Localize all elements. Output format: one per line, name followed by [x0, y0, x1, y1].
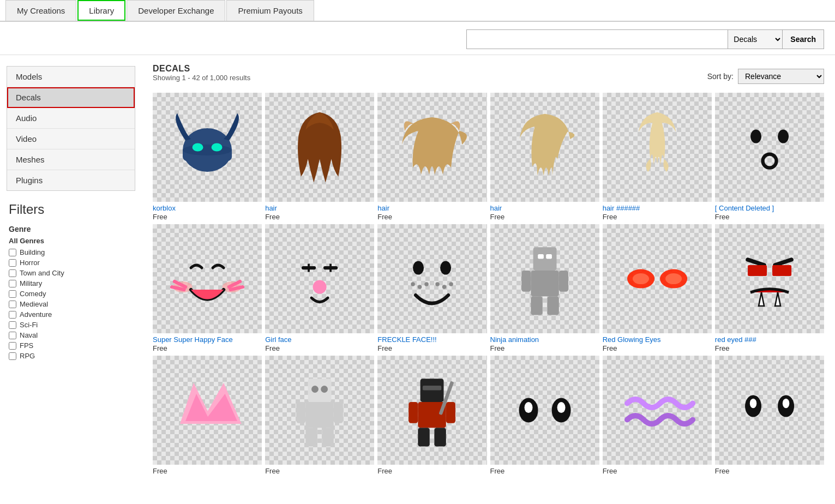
sidebar-item-models[interactable]: Models	[7, 67, 135, 87]
item-name[interactable]: Super Super Happy Face	[153, 335, 262, 344]
sidebar-item-meshes[interactable]: Meshes	[7, 149, 135, 170]
main-layout: Models Decals Audio Video Meshes Plugins…	[0, 55, 835, 484]
genre-checkbox-military[interactable]	[9, 280, 16, 287]
genre-checkbox-horror[interactable]	[9, 259, 16, 267]
svg-rect-33	[547, 296, 558, 315]
sidebar-item-audio[interactable]: Audio	[7, 108, 135, 129]
genre-item-building[interactable]: Building	[9, 248, 133, 256]
genre-label-town-and-city: Town and City	[20, 269, 64, 277]
item-price: Free	[153, 344, 262, 352]
sort-select[interactable]: Relevance Most Favorited Most Visited Re…	[738, 69, 824, 84]
list-item[interactable]: Ninja animation Free	[490, 224, 599, 352]
list-item[interactable]: Free	[715, 356, 824, 475]
genre-checkbox-fps[interactable]	[9, 342, 16, 350]
svg-point-38	[633, 273, 649, 284]
tabs-bar: My Creations Library Developer Exchange …	[0, 0, 835, 22]
svg-rect-29	[531, 271, 558, 296]
svg-point-6	[778, 130, 789, 143]
sidebar-item-plugins[interactable]: Plugins	[7, 170, 135, 190]
list-item[interactable]: Girl face Free	[265, 224, 374, 352]
list-item[interactable]: hair Free	[490, 93, 599, 221]
genre-label-fps: FPS	[20, 341, 33, 350]
genre-item-rpg[interactable]: RPG	[9, 352, 133, 360]
svg-rect-64	[423, 386, 441, 391]
tab-premium-payouts[interactable]: Premium Payouts	[226, 0, 314, 21]
tab-library[interactable]: Library	[77, 0, 125, 21]
genre-item-naval[interactable]: Naval	[9, 331, 133, 339]
genre-checkbox-building[interactable]	[9, 249, 16, 256]
list-item[interactable]: hair Free	[265, 93, 374, 221]
list-item[interactable]: FRECKLE FACE!!! Free	[377, 224, 486, 352]
list-item[interactable]: red eyed ### Free	[715, 224, 824, 352]
genre-item-adventure[interactable]: Adventure	[9, 310, 133, 319]
svg-rect-34	[538, 254, 544, 259]
svg-rect-54	[305, 428, 317, 446]
list-item[interactable]: hair ###### Free	[603, 93, 712, 221]
list-item[interactable]: korblox Free	[153, 93, 262, 221]
genre-item-comedy[interactable]: Comedy	[9, 290, 133, 298]
search-category-select[interactable]: Decals Models Audio Video Meshes Plugins	[728, 29, 783, 49]
item-name[interactable]: hair ######	[603, 204, 712, 213]
item-thumbnail	[603, 356, 712, 465]
item-name[interactable]: korblox	[153, 204, 262, 213]
item-thumbnail	[153, 93, 262, 202]
sidebar-item-video[interactable]: Video	[7, 129, 135, 149]
list-item[interactable]: Free	[490, 356, 599, 475]
genre-checkbox-rpg[interactable]	[9, 352, 16, 360]
item-name[interactable]: Red Glowing Eyes	[603, 335, 712, 344]
all-genres-label: All Genres	[9, 237, 133, 245]
item-name[interactable]: hair	[265, 204, 374, 213]
genre-item-fps[interactable]: FPS	[9, 341, 133, 350]
tab-my-creations[interactable]: My Creations	[5, 0, 76, 21]
item-price: Free	[715, 213, 824, 221]
genre-checkbox-town-and-city[interactable]	[9, 269, 16, 277]
item-name[interactable]: red eyed ###	[715, 335, 824, 344]
tab-developer-exchange[interactable]: Developer Exchange	[127, 0, 225, 21]
genre-label-horror: Horror	[20, 259, 40, 267]
genre-item-military[interactable]: Military	[9, 279, 133, 287]
svg-point-4	[212, 143, 223, 152]
item-price: Free	[715, 344, 824, 352]
svg-line-41	[775, 260, 791, 265]
genre-checkbox-adventure[interactable]	[9, 311, 16, 319]
svg-rect-50	[308, 379, 332, 402]
genre-checkbox-comedy[interactable]	[9, 290, 16, 298]
list-item[interactable]: hair Free	[377, 93, 486, 221]
item-price: Free	[377, 213, 486, 221]
list-item[interactable]: Super Super Happy Face Free	[153, 224, 262, 352]
item-name[interactable]: FRECKLE FACE!!!	[377, 335, 486, 344]
genre-label-adventure: Adventure	[20, 310, 52, 319]
svg-rect-61	[446, 402, 455, 423]
list-item[interactable]: Free	[377, 356, 486, 475]
genre-item-scifi[interactable]: Sci-Fi	[9, 321, 133, 329]
svg-rect-51	[305, 402, 333, 428]
item-name[interactable]: Ninja animation	[490, 335, 599, 344]
genre-item-medieval[interactable]: Medieval	[9, 300, 133, 308]
svg-point-57	[321, 386, 328, 393]
item-name[interactable]: Girl face	[265, 335, 374, 344]
item-thumbnail	[603, 224, 712, 333]
list-item[interactable]: Free	[603, 356, 712, 475]
item-thumbnail	[377, 93, 486, 202]
item-thumbnail	[715, 93, 824, 202]
item-thumbnail	[265, 356, 374, 465]
svg-point-2	[183, 145, 232, 155]
list-item[interactable]: Red Glowing Eyes Free	[603, 224, 712, 352]
genre-checkbox-naval[interactable]	[9, 332, 16, 339]
genre-checkbox-medieval[interactable]	[9, 301, 16, 308]
item-name[interactable]: [ Content Deleted ]	[715, 204, 824, 213]
search-input[interactable]	[466, 29, 728, 49]
item-name[interactable]: hair	[490, 204, 599, 213]
genre-item-horror[interactable]: Horror	[9, 259, 133, 267]
list-item[interactable]: [ Content Deleted ] Free	[715, 93, 824, 221]
list-item[interactable]: Free	[153, 356, 262, 475]
genre-item-town-and-city[interactable]: Town and City	[9, 269, 133, 277]
search-button[interactable]: Search	[783, 29, 824, 49]
sidebar-item-decals[interactable]: Decals	[7, 87, 135, 108]
section-title: DECALS Showing 1 - 42 of 1,000 results	[153, 64, 250, 88]
genre-label-building: Building	[20, 248, 45, 256]
list-item[interactable]: Free	[265, 356, 374, 475]
item-name[interactable]: hair	[377, 204, 486, 213]
svg-rect-35	[546, 254, 552, 259]
genre-checkbox-scifi[interactable]	[9, 321, 16, 329]
